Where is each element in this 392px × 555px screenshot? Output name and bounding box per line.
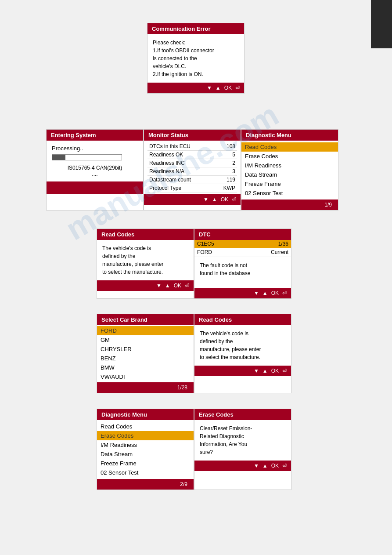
diagnostic-menu2-panel: Diagnostic Menu Read CodesErase CodesI/M… bbox=[97, 409, 194, 490]
diagnostic-menu2-page: 2/9 bbox=[101, 481, 189, 487]
dtc-brand: FORD bbox=[197, 249, 212, 255]
entering-system-body: Processing.. IS015765-4 CAN(29bit) .... bbox=[47, 141, 143, 181]
erase-codes-text: Clear/Reset Emission- Related Diagnostic… bbox=[200, 424, 286, 456]
monitor-status-value: 3 bbox=[214, 167, 237, 176]
monitor-status-exit[interactable]: ⏎ bbox=[232, 196, 236, 203]
select-brand-page: 1/28 bbox=[101, 385, 189, 391]
dtc-panel: DTC C1EC5 1/36 FORD Current The fault co… bbox=[194, 229, 291, 299]
monitor-status-row: Readiness INC2 bbox=[147, 159, 237, 167]
comm-error-down[interactable]: ▼ bbox=[207, 85, 212, 91]
diagnostic-menu2-item[interactable]: 02 Sensor Test bbox=[97, 468, 194, 477]
comm-error-ok[interactable]: OK bbox=[224, 85, 232, 91]
dtc-code-row-inner: C1EC5 1/36 bbox=[194, 240, 291, 248]
monitor-status-up[interactable]: ▲ bbox=[212, 196, 217, 203]
diagnostic-menu2-item[interactable]: Data Stream bbox=[97, 450, 194, 459]
read-codes-up[interactable]: ▲ bbox=[165, 283, 170, 289]
monitor-status-label: Readiness INC bbox=[147, 159, 214, 167]
diagnostic-menu2-item[interactable]: Erase Codes bbox=[97, 431, 194, 440]
brand-item[interactable]: GM bbox=[97, 335, 194, 345]
select-brand-header: Select Car Brand bbox=[97, 314, 194, 325]
monitor-status-body: DTCs in this ECU108Readiness OK5Readines… bbox=[144, 141, 241, 194]
read-codes-body: The vehicle's code is defined by the man… bbox=[97, 240, 194, 280]
entering-system-code: IS015765-4 CAN(29bit) bbox=[52, 165, 138, 171]
diagnostic-menu-item[interactable]: Erase Codes bbox=[241, 152, 338, 161]
right-bar bbox=[371, 0, 392, 48]
monitor-status-footer: ▼ ▲ OK ⏎ bbox=[144, 194, 241, 205]
monitor-status-panel: Monitor Status DTCs in this ECU108Readin… bbox=[144, 129, 241, 210]
monitor-status-ok[interactable]: OK bbox=[221, 196, 228, 203]
monitor-status-row: DTCs in this ECU108 bbox=[147, 142, 237, 151]
monitor-status-value: 108 bbox=[214, 142, 237, 151]
monitor-status-label: DTCs in this ECU bbox=[147, 142, 214, 151]
comm-error-header: Communication Error bbox=[147, 23, 244, 34]
read-codes-footer: ▼ ▲ OK ⏎ bbox=[97, 280, 194, 291]
row3: Select Car Brand FORDGMCHRYSLERBENZBMWVW… bbox=[97, 314, 291, 393]
read-codes2-exit[interactable]: ⏎ bbox=[282, 368, 287, 374]
diagnostic-menu-item[interactable]: Freeze Frame bbox=[241, 179, 338, 189]
diagnostic-menu-item[interactable]: 02 Sensor Test bbox=[241, 189, 338, 198]
erase-codes-ok[interactable]: OK bbox=[271, 463, 279, 469]
monitor-status-value: KWP bbox=[214, 184, 237, 192]
comm-error-exit[interactable]: ⏎ bbox=[235, 85, 240, 91]
monitor-status-label: Readiness N/A bbox=[147, 167, 214, 176]
monitor-status-value: 5 bbox=[214, 151, 237, 159]
diagnostic-menu-item[interactable]: Read Codes bbox=[241, 142, 338, 152]
monitor-status-row: Readiness N/A3 bbox=[147, 167, 237, 176]
entering-system-processing: Processing.. bbox=[52, 145, 138, 152]
dtc-up[interactable]: ▲ bbox=[263, 290, 268, 296]
erase-codes-down[interactable]: ▼ bbox=[254, 463, 259, 469]
erase-codes-exit[interactable]: ⏎ bbox=[282, 463, 287, 469]
brand-item[interactable]: BMW bbox=[97, 363, 194, 372]
read-codes2-down[interactable]: ▼ bbox=[254, 368, 259, 374]
diagnostic-menu2-header: Diagnostic Menu bbox=[97, 409, 194, 420]
dtc-ok[interactable]: OK bbox=[271, 290, 279, 296]
entering-system-footer bbox=[47, 181, 143, 194]
read-codes2-panel: Read Codes The vehicle's code is defined… bbox=[194, 314, 291, 393]
read-codes2-header: Read Codes bbox=[194, 314, 291, 325]
monitor-status-row: Readiness OK5 bbox=[147, 151, 237, 159]
brand-item[interactable]: BENZ bbox=[97, 354, 194, 363]
comm-error-panel: Communication Error Please check: 1.If t… bbox=[147, 23, 245, 94]
monitor-status-row: Protocol TypeKWP bbox=[147, 184, 237, 192]
brand-item[interactable]: VW/AUDI bbox=[97, 372, 194, 381]
diagnostic-menu-item[interactable]: Data Stream bbox=[241, 170, 338, 179]
diagnostic-menu-header: Diagnostic Menu bbox=[241, 130, 338, 141]
comm-error-text: Please check: 1.If tool's OBDII connecto… bbox=[153, 39, 239, 78]
read-codes-down[interactable]: ▼ bbox=[156, 283, 162, 289]
diagnostic-menu2-item[interactable]: Freeze Frame bbox=[97, 459, 194, 468]
monitor-status-down[interactable]: ▼ bbox=[203, 196, 209, 203]
monitor-status-value: 2 bbox=[214, 159, 237, 167]
monitor-status-table: DTCs in this ECU108Readiness OK5Readines… bbox=[147, 142, 237, 192]
monitor-status-label: Datastream count bbox=[147, 176, 214, 184]
comm-error-up[interactable]: ▲ bbox=[216, 85, 221, 91]
erase-codes-panel: Erase Codes Clear/Reset Emission- Relate… bbox=[194, 409, 291, 490]
brand-item[interactable]: FORD bbox=[97, 326, 194, 335]
diagnostic-menu-item[interactable]: I/M Readiness bbox=[241, 161, 338, 170]
monitor-status-row: Datastream count119 bbox=[147, 176, 237, 184]
read-codes-exit[interactable]: ⏎ bbox=[185, 283, 189, 289]
progress-bar-container bbox=[52, 154, 122, 160]
diagnostic-menu2-items: Read CodesErase CodesI/M ReadinessData S… bbox=[97, 420, 194, 479]
dtc-exit[interactable]: ⏎ bbox=[282, 290, 287, 296]
read-codes-ok[interactable]: OK bbox=[174, 283, 181, 289]
dtc-down[interactable]: ▼ bbox=[254, 290, 259, 296]
select-brand-items: FORDGMCHRYSLERBENZBMWVW/AUDI bbox=[97, 325, 194, 382]
read-codes-panel: Read Codes The vehicle's code is defined… bbox=[97, 229, 194, 299]
select-brand-panel: Select Car Brand FORDGMCHRYSLERBENZBMWVW… bbox=[97, 314, 194, 393]
diagnostic-menu-panel: Diagnostic Menu Read CodesErase CodesI/M… bbox=[241, 129, 338, 210]
read-codes2-body: The vehicle's code is defined by the man… bbox=[194, 325, 291, 366]
brand-item[interactable]: CHRYSLER bbox=[97, 345, 194, 354]
diagnostic-menu2-item[interactable]: Read Codes bbox=[97, 422, 194, 431]
read-codes2-ok[interactable]: OK bbox=[271, 368, 279, 374]
monitor-status-label: Protocol Type bbox=[147, 184, 214, 192]
entering-system-header: Entering System bbox=[47, 130, 143, 141]
read-codes2-footer: ▼ ▲ OK ⏎ bbox=[194, 366, 291, 376]
diagnostic-menu2-footer: 2/9 bbox=[97, 479, 194, 490]
diagnostic-menu2-item[interactable]: I/M Readiness bbox=[97, 440, 194, 450]
diagnostic-menu-items: Read CodesErase CodesI/M ReadinessData S… bbox=[241, 141, 338, 200]
read-codes2-up[interactable]: ▲ bbox=[263, 368, 268, 374]
dtc-body: The fault code is not found in the datab… bbox=[194, 257, 291, 288]
erase-codes-footer: ▼ ▲ OK ⏎ bbox=[194, 461, 291, 471]
erase-codes-up[interactable]: ▲ bbox=[263, 463, 268, 469]
row2: Read Codes The vehicle's code is defined… bbox=[97, 229, 291, 299]
